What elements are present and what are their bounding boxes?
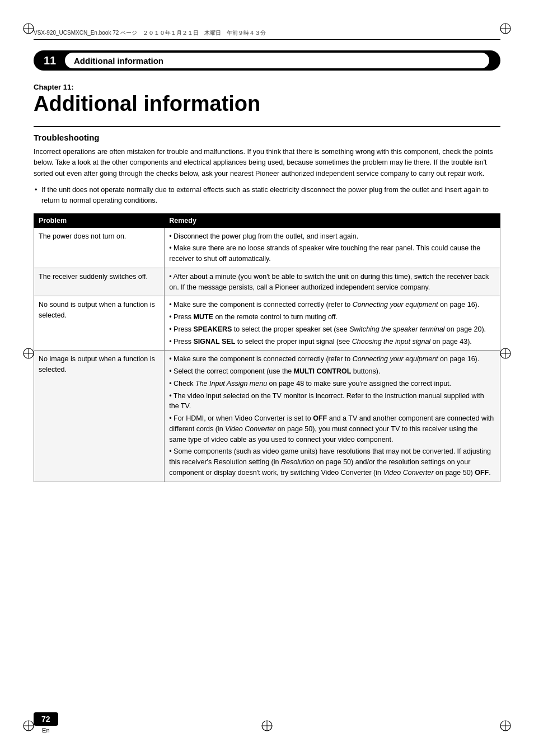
page-number: 72 xyxy=(34,712,58,726)
page: VSX-920_UCSMXCN_En.book 72 ページ ２０１０年１月２１… xyxy=(0,0,534,756)
footer: 72 En xyxy=(34,712,500,734)
page-number-container: 72 En xyxy=(34,712,58,734)
table-row: The receiver suddenly switches off. • Af… xyxy=(34,268,500,296)
reg-mark-mid-left xyxy=(22,347,35,361)
main-content: Chapter 11: Additional information Troub… xyxy=(34,83,500,700)
remedy-cell: • Disconnect the power plug from the out… xyxy=(165,227,500,268)
reg-mark-bottom-right xyxy=(499,720,512,734)
section-intro: Incorrect operations are often mistaken … xyxy=(34,147,500,179)
reg-mark-mid-right xyxy=(499,347,512,361)
chapter-number: 11 xyxy=(38,54,62,67)
bullet-item: If the unit does not operate normally du… xyxy=(41,185,500,207)
chapter-header-title: Additional information xyxy=(65,53,489,68)
page-lang: En xyxy=(34,727,58,734)
chapter-label: Chapter 11: xyxy=(34,83,500,91)
table-row: The power does not turn on. • Disconnect… xyxy=(34,227,500,268)
section-divider xyxy=(34,126,500,127)
file-info: VSX-920_UCSMXCN_En.book 72 ページ ２０１０年１月２１… xyxy=(34,29,266,37)
table-row: No sound is output when a function is se… xyxy=(34,296,500,351)
reg-mark-top-left xyxy=(22,22,35,36)
chapter-header-bar: 11 Additional information xyxy=(34,50,500,71)
table-header-remedy: Remedy xyxy=(165,213,500,227)
chapter-title: Additional information xyxy=(34,92,500,116)
table-header-problem: Problem xyxy=(34,213,165,227)
problem-cell: No image is output when a function is se… xyxy=(34,351,165,482)
remedy-cell: • Make sure the component is connected c… xyxy=(165,351,500,482)
problem-cell: No sound is output when a function is se… xyxy=(34,296,165,351)
section-title: Troubleshooting xyxy=(34,133,500,142)
reg-mark-top-right xyxy=(499,22,512,36)
table-row: No image is output when a function is se… xyxy=(34,351,500,482)
remedy-cell: • After about a minute (you won't be abl… xyxy=(165,268,500,296)
remedy-cell: • Make sure the component is connected c… xyxy=(165,296,500,351)
top-metadata-bar: VSX-920_UCSMXCN_En.book 72 ページ ２０１０年１月２１… xyxy=(34,29,500,40)
problem-cell: The receiver suddenly switches off. xyxy=(34,268,165,296)
problem-cell: The power does not turn on. xyxy=(34,227,165,268)
troubleshooting-table: Problem Remedy The power does not turn o… xyxy=(34,213,500,482)
reg-mark-bottom-left xyxy=(22,720,35,734)
